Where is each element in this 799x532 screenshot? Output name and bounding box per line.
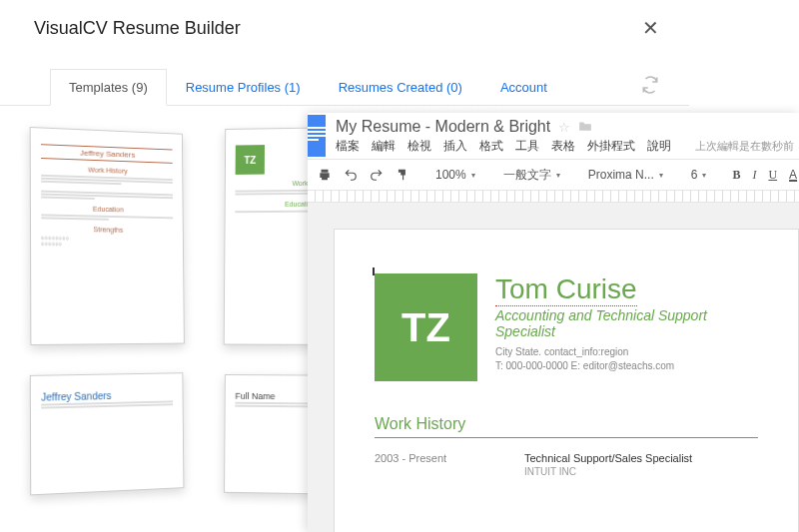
- job-company: INTUIT INC: [524, 466, 692, 477]
- document-page[interactable]: TZ Tom Curise Accounting and Technical S…: [334, 229, 799, 532]
- thumb-name: Jeffrey Sanders: [41, 144, 173, 164]
- google-docs-window: My Resume - Modern & Bright ☆ 檔案 編輯 檢視 插…: [308, 113, 799, 532]
- zoom-select[interactable]: 100%: [429, 166, 481, 184]
- text-cursor-icon: [373, 267, 375, 275]
- menu-insert[interactable]: 插入: [443, 138, 467, 155]
- menu-bar: 檔案 編輯 檢視 插入 格式 工具 表格 外掛程式 說明 上次編輯是在數秒前: [336, 136, 794, 159]
- docs-logo-icon[interactable]: [308, 115, 326, 157]
- section-title: Work History: [375, 415, 758, 438]
- template-thumb[interactable]: Jeffrey Sanders: [30, 372, 185, 495]
- resume-name: Tom Curise: [495, 273, 637, 305]
- menu-file[interactable]: 檔案: [336, 138, 360, 155]
- tab-account[interactable]: Account: [481, 69, 566, 105]
- thumb-badge: TZ: [236, 145, 265, 175]
- job-entry: 2003 - Present Technical Support/Sales S…: [375, 452, 758, 477]
- paint-format-icon[interactable]: [392, 166, 413, 184]
- redo-icon[interactable]: [366, 166, 388, 184]
- resume-contact-line: City State. contact_info:region: [495, 345, 758, 359]
- close-button[interactable]: ✕: [642, 16, 659, 40]
- ruler[interactable]: [308, 191, 799, 203]
- menu-table[interactable]: 表格: [551, 138, 575, 155]
- menu-addons[interactable]: 外掛程式: [587, 138, 635, 155]
- workspace: TZ Tom Curise Accounting and Technical S…: [308, 203, 799, 532]
- star-icon[interactable]: ☆: [558, 120, 570, 135]
- toolbar: 100% 一般文字 Proxima N... 6 B I U A: [308, 159, 799, 191]
- menu-tools[interactable]: 工具: [515, 138, 539, 155]
- refresh-icon[interactable]: [641, 76, 659, 98]
- menu-help[interactable]: 說明: [647, 138, 671, 155]
- print-icon[interactable]: [314, 166, 336, 184]
- menu-format[interactable]: 格式: [479, 138, 503, 155]
- template-thumb[interactable]: Jeffrey Sanders Work History Education S…: [30, 127, 185, 345]
- resume-role: Accounting and Technical Support Special…: [495, 307, 758, 339]
- underline-button[interactable]: U: [764, 166, 781, 185]
- panel-header: VisualCV Resume Builder ✕: [0, 0, 689, 68]
- gdoc-header: My Resume - Modern & Bright ☆ 檔案 編輯 檢視 插…: [308, 113, 799, 159]
- document-title[interactable]: My Resume - Modern & Bright: [336, 118, 550, 136]
- last-edit-text: 上次編輯是在數秒前: [695, 139, 794, 154]
- italic-button[interactable]: I: [748, 166, 760, 185]
- thumb-section: Strengths: [41, 225, 173, 234]
- undo-icon[interactable]: [340, 166, 362, 184]
- menu-edit[interactable]: 編輯: [372, 138, 396, 155]
- tab-bar: Templates (9) Resume Profiles (1) Resume…: [0, 68, 689, 106]
- thumb-section: Education: [41, 204, 173, 214]
- resume-contact-line: T: 000-000-0000 E: editor@steachs.com: [495, 359, 758, 373]
- bold-button[interactable]: B: [728, 166, 744, 185]
- font-size-select[interactable]: 6: [685, 166, 713, 184]
- text-color-button[interactable]: A: [785, 166, 799, 184]
- menu-view[interactable]: 檢視: [407, 138, 431, 155]
- resume-badge: TZ: [375, 273, 477, 381]
- close-icon: ✕: [642, 17, 659, 39]
- job-title: Technical Support/Sales Specialist: [524, 452, 692, 464]
- style-select[interactable]: 一般文字: [497, 165, 566, 186]
- tab-templates[interactable]: Templates (9): [50, 69, 167, 106]
- job-dates: 2003 - Present: [375, 452, 464, 477]
- folder-icon[interactable]: [578, 120, 592, 135]
- tab-created[interactable]: Resumes Created (0): [320, 69, 481, 105]
- font-select[interactable]: Proxima N...: [582, 166, 669, 184]
- tab-profiles[interactable]: Resume Profiles (1): [167, 69, 320, 105]
- panel-title: VisualCV Resume Builder: [34, 18, 241, 39]
